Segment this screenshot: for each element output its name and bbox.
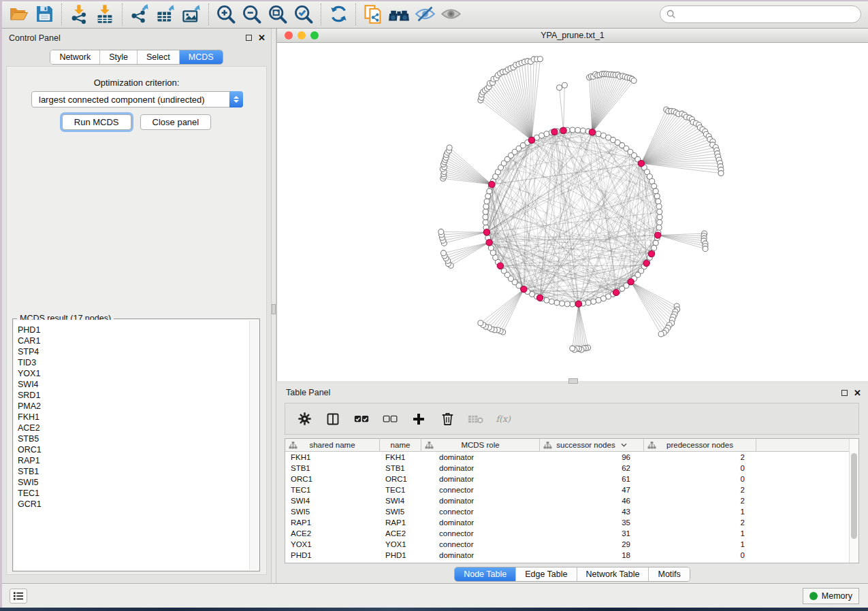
table-cell[interactable]: YOX1 (380, 539, 421, 550)
table-cell[interactable]: STB1 (380, 463, 421, 474)
mcds-result-node[interactable]: FKH1 (18, 412, 259, 423)
table-cell[interactable]: dominator (421, 517, 540, 528)
table-cell[interactable]: dominator (421, 474, 540, 484)
refresh-button[interactable] (325, 2, 351, 27)
mcds-result-node[interactable]: SWI5 (18, 477, 259, 488)
tab-mcds[interactable]: MCDS (180, 50, 223, 64)
tab-node-table[interactable]: Node Table (455, 567, 516, 581)
mcds-result-node[interactable]: CAR1 (18, 335, 259, 346)
scrollbar-thumb[interactable] (851, 453, 857, 539)
table-cell[interactable]: dominator (421, 495, 540, 506)
table-cell[interactable]: FKH1 (380, 452, 421, 463)
column-header-successor-nodes[interactable]: successor nodes (540, 439, 644, 451)
table-cell[interactable]: 96 (540, 452, 644, 463)
mcds-result-node[interactable]: PHD1 (18, 325, 259, 335)
close-panel-button[interactable]: Close panel (140, 114, 212, 130)
close-panel-icon[interactable]: ✕ (258, 35, 266, 41)
float-panel-icon[interactable] (246, 35, 252, 41)
table-cell[interactable]: 2 (644, 484, 756, 495)
search-network-button[interactable] (386, 2, 412, 27)
table-cell[interactable]: ACE2 (380, 528, 421, 539)
table-cell[interactable]: YOX1 (285, 539, 380, 550)
table-cell[interactable]: connector (421, 484, 540, 495)
table-cell[interactable]: 29 (540, 539, 644, 550)
splitter-grip[interactable] (272, 304, 276, 314)
table-row[interactable]: ACE2ACE2connector311 (285, 528, 858, 539)
table-cell[interactable]: STB1 (285, 463, 380, 474)
zoom-in-button[interactable] (213, 2, 239, 27)
tab-network[interactable]: Network (50, 50, 100, 64)
mcds-result-node[interactable]: GCR1 (18, 499, 259, 510)
table-row[interactable]: STB1STB1dominator620 (285, 463, 858, 474)
tab-network-table[interactable]: Network Table (577, 567, 649, 581)
mcds-result-node[interactable]: RAP1 (18, 455, 259, 466)
table-row[interactable]: YOX1YOX1connector291 (285, 539, 858, 550)
delete-column-button[interactable] (438, 410, 457, 429)
table-cell[interactable]: RAP1 (380, 517, 421, 528)
table-cell[interactable]: 35 (540, 517, 644, 528)
zoom-fit-button[interactable] (265, 2, 291, 27)
mcds-result-node[interactable]: STP4 (18, 346, 259, 357)
select-all-button[interactable] (352, 410, 371, 429)
table-cell[interactable]: PHD1 (285, 550, 380, 561)
table-cell[interactable]: 31 (540, 528, 644, 539)
table-cell[interactable]: 2 (644, 495, 756, 506)
column-header-predecessor-nodes[interactable]: predecessor nodes (644, 439, 756, 451)
import-network-button[interactable] (66, 2, 92, 27)
table-cell[interactable]: ACE2 (285, 528, 380, 539)
mcds-result-node[interactable]: TEC1 (18, 488, 259, 499)
zoom-selected-button[interactable] (291, 2, 317, 27)
mcds-result-node[interactable]: YOX1 (18, 368, 259, 379)
table-cell[interactable]: 2 (644, 452, 756, 463)
table-settings-button[interactable] (295, 410, 314, 429)
save-session-button[interactable] (31, 2, 57, 27)
table-cell[interactable]: 1 (644, 506, 756, 517)
export-network-button[interactable] (127, 2, 152, 27)
table-cell[interactable]: 1 (644, 528, 756, 539)
search-input[interactable] (679, 10, 861, 19)
table-row[interactable]: SWI4SWI4dominator462 (285, 495, 858, 506)
table-row[interactable]: RAP1RAP1dominator352 (285, 517, 858, 528)
table-scrollbar[interactable] (849, 439, 858, 563)
table-cell[interactable]: dominator (421, 463, 540, 474)
table-cell[interactable]: connector (421, 506, 540, 517)
tab-motifs[interactable]: Motifs (649, 567, 689, 581)
table-cell[interactable]: SWI4 (285, 495, 380, 506)
float-panel-icon[interactable] (841, 390, 848, 396)
mcds-result-node[interactable]: SWI4 (18, 379, 259, 390)
table-row[interactable]: FKH1FKH1dominator962 (285, 452, 858, 463)
table-cell[interactable]: ORC1 (285, 474, 380, 484)
minimize-window-icon[interactable] (298, 31, 306, 39)
table-row[interactable]: SWI5SWI5connector431 (285, 506, 858, 517)
table-cell[interactable]: RAP1 (285, 517, 380, 528)
add-column-button[interactable] (409, 410, 428, 429)
table-cell[interactable]: 0 (644, 474, 756, 484)
close-window-icon[interactable] (285, 31, 293, 39)
deselect-all-button[interactable] (381, 410, 400, 429)
search-box[interactable] (660, 5, 861, 23)
table-row[interactable]: ORC1ORC1dominator610 (285, 474, 858, 484)
open-session-button[interactable] (5, 2, 31, 27)
close-panel-icon[interactable]: ✕ (854, 390, 861, 396)
mcds-result-node[interactable]: PMA2 (18, 401, 259, 412)
table-cell[interactable]: PHD1 (380, 550, 421, 561)
table-cell[interactable]: dominator (421, 550, 540, 561)
maximize-window-icon[interactable] (310, 31, 319, 39)
mcds-result-node[interactable]: STB5 (18, 433, 259, 444)
table-cell[interactable]: 61 (540, 474, 644, 484)
table-cell[interactable]: 0 (644, 550, 756, 561)
table-cell[interactable]: dominator (421, 452, 540, 463)
table-cell[interactable]: 62 (540, 463, 644, 474)
memory-button[interactable]: Memory (803, 588, 859, 604)
network-canvas[interactable] (277, 43, 867, 380)
mcds-result-node[interactable]: TID3 (18, 357, 259, 368)
mcds-result-node[interactable]: STB1 (18, 466, 259, 477)
column-header-MCDS-role[interactable]: MCDS role (421, 439, 540, 451)
import-table-button[interactable] (92, 2, 118, 27)
tab-select[interactable]: Select (138, 50, 180, 64)
hide-selected-button[interactable] (412, 2, 438, 27)
table-cell[interactable]: SWI5 (380, 506, 421, 517)
table-row[interactable]: TEC1TEC1connector472 (285, 484, 858, 495)
vertical-splitter[interactable] (271, 29, 276, 583)
show-all-button[interactable] (438, 2, 464, 27)
